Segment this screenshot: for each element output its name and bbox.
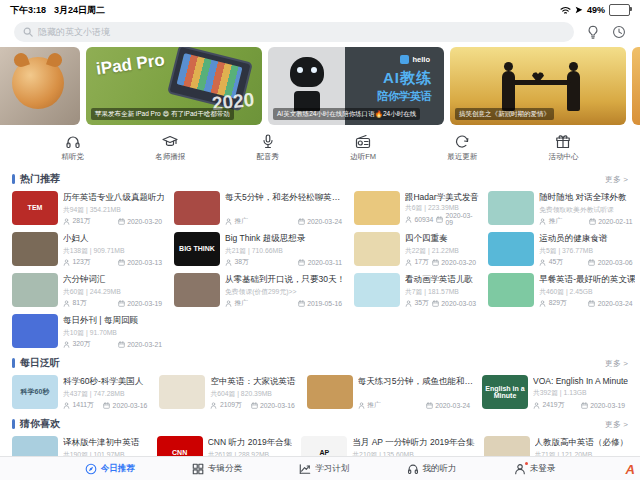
album-title: 从零基础到开口说，只要30天！ <box>225 274 345 286</box>
listen-count-icon <box>63 341 70 348</box>
album-stats: 38万 2020-03-11 <box>225 257 345 267</box>
album-stats: 推广 2020-03-24 <box>358 400 473 410</box>
more-link[interactable]: 更多 > <box>605 174 628 185</box>
album-title: 人教版高中英语（必修） <box>535 437 629 449</box>
tab-study-plan[interactable]: 学习计划 <box>299 463 349 475</box>
category-label: 精听党 <box>62 152 85 162</box>
tab-login[interactable]: 未登录 <box>514 463 556 475</box>
status-time: 下午3:18 <box>10 4 46 17</box>
refresh-icon <box>454 134 470 149</box>
album-card[interactable]: 四个四重奏 共22篇 | 21.22MB 17万 2020-03-20 <box>354 232 479 267</box>
album-card[interactable]: 看动画学英语儿歌 共7篇 | 181.57MB 35万 2020-03-03 <box>354 273 479 308</box>
category-teachers[interactable]: 名师播报 <box>155 134 185 162</box>
calendar-icon <box>426 402 433 409</box>
album-card[interactable]: 每天5分钟，和老外轻松聊英… 推广 2020-03-24 <box>174 191 345 226</box>
album-title: 小妇人 <box>63 233 165 245</box>
album-card[interactable]: 跟Hadar学美式发音 共6篇 | 223.39MB 60934 2020-03… <box>354 191 479 226</box>
calendar-icon <box>588 259 595 266</box>
album-card[interactable]: 运动员的健康食谱 共5篇 | 376.77MB 45万 2020-03-06 <box>488 232 635 267</box>
album-card[interactable]: 空中英语：大家说英语 共604篇 | 820.39MB 2109万 2020-0… <box>159 375 297 410</box>
app-logo: A <box>626 462 635 477</box>
album-title: 运动员的健康食谱 <box>539 233 635 245</box>
category-activity-center[interactable]: 活动中心 <box>548 134 578 162</box>
calendar-icon <box>436 216 443 223</box>
more-link[interactable]: 更多 > <box>605 419 628 430</box>
album-thumbnail <box>12 273 58 307</box>
album-thumbnail: BIG THINK <box>174 232 220 266</box>
category-label: 名师播报 <box>155 152 185 162</box>
album-thumbnail <box>307 375 353 409</box>
category-label: 活动中心 <box>548 152 578 162</box>
history-clock-icon[interactable] <box>612 25 626 39</box>
hot-album-grid: TEM 历年英语专业八级真题听力 共94篇 | 354.21MB 281万 20… <box>0 190 640 349</box>
banner-dog[interactable] <box>0 47 80 125</box>
tab-album-categories[interactable]: 专辑分类 <box>192 463 242 475</box>
album-card[interactable]: 科学60秒 科学60秒-科学美国人 共437篇 | 747.28MB 1411万… <box>12 375 150 410</box>
album-stats: 推广 2020-02-11 <box>539 216 635 226</box>
album-thumbnail <box>488 191 534 225</box>
listen-count: 推广 <box>367 400 381 410</box>
search-input[interactable]: 隐藏的英文小语境 <box>14 22 574 42</box>
listen-count: 35万 <box>414 298 428 308</box>
headphones-icon <box>407 463 419 475</box>
tab-label: 未登录 <box>530 463 556 475</box>
album-title: 每天练习5分钟，咸鱼也能和… <box>358 376 473 388</box>
listen-count: 45万 <box>549 257 563 267</box>
album-thumbnail <box>159 375 205 409</box>
tab-label: 专辑分类 <box>208 463 242 475</box>
album-title: CNN 听力 2019年合集 <box>208 437 293 449</box>
category-listening[interactable]: 精听党 <box>62 134 85 162</box>
banner-ipad-pro[interactable]: iPad Pro 2020 苹果发布全新 iPad Pro 😄 有了iPad干啥… <box>86 47 262 125</box>
album-meta: 免费领课(价值299元)>> <box>225 287 345 297</box>
album-card[interactable]: 六分钟词汇 共60篇 | 244.29MB 81万 2020-03-19 <box>12 273 165 308</box>
album-date: 2020-03-20 <box>127 218 162 225</box>
status-bar: 下午3:18 3月24日周二 49% <box>0 0 640 18</box>
album-card[interactable]: 每日外刊 | 每周回顾 共10篇 | 91.70MB 320万 2020-03-… <box>12 314 165 349</box>
album-card[interactable]: BIG THINK Big Think 超级思想录 共21篇 | 710.66M… <box>174 232 345 267</box>
album-stats: 60934 2020-03-09 <box>405 212 479 226</box>
album-meta: 共5篇 | 376.77MB <box>539 246 635 256</box>
album-card[interactable]: 每天练习5分钟，咸鱼也能和… 推广 2020-03-24 <box>307 375 473 410</box>
tab-label: 今日推荐 <box>101 463 135 475</box>
microphone-icon <box>260 134 276 149</box>
listen-count: 推广 <box>235 216 249 226</box>
listen-count: 320万 <box>73 339 91 349</box>
calendar-icon <box>118 259 125 266</box>
compass-icon <box>85 463 97 475</box>
album-date: 2020-03-13 <box>127 259 162 266</box>
album-card[interactable]: TEM 历年英语专业八级真题听力 共94篇 | 354.21MB 281万 20… <box>12 191 165 226</box>
banner-next-partial[interactable] <box>632 47 640 125</box>
listen-count-icon <box>405 259 412 266</box>
listen-count: 2109万 <box>220 400 242 410</box>
album-thumbnail: English in a Minute <box>482 375 528 409</box>
album-card[interactable]: 早餐英语-最好听的英文课 共460篇 | 2.45GB 829万 2020-03… <box>488 273 635 308</box>
tab-label: 我的听力 <box>423 463 457 475</box>
album-date: 2020-03-19 <box>590 402 625 409</box>
album-card[interactable]: 随时随地 对话全球外教 免费领取欧美外教试听课 推广 2020-02-11 <box>488 191 635 226</box>
album-card[interactable]: 小妇人 共138篇 | 909.71MB 123万 2020-03-13 <box>12 232 165 267</box>
album-meta: 共10篇 | 91.70MB <box>63 328 165 338</box>
category-label: 最近更新 <box>447 152 477 162</box>
category-fm[interactable]: 边听FM <box>350 134 376 162</box>
section-title: 猜你喜欢 <box>20 417 60 431</box>
category-recent-updates[interactable]: 最近更新 <box>447 134 477 162</box>
lightbulb-icon[interactable] <box>586 25 600 39</box>
calendar-icon <box>118 218 125 225</box>
section-header-hot: 热门推荐 更多 > <box>0 165 640 190</box>
listen-count: 60934 <box>414 216 433 223</box>
album-card[interactable]: English in a Minute VOA: English In A Mi… <box>482 375 628 410</box>
section-header-guess: 猜你喜欢 更多 > <box>0 410 640 435</box>
section-accent-bar <box>12 358 15 368</box>
album-stats: 45万 2020-03-06 <box>539 257 635 267</box>
tab-today-recommend[interactable]: 今日推荐 <box>85 463 135 475</box>
tab-my-listening[interactable]: 我的听力 <box>407 463 457 475</box>
search-placeholder: 隐藏的英文小语境 <box>38 26 110 39</box>
listen-count: 1411万 <box>73 400 94 410</box>
more-link[interactable]: 更多 > <box>605 358 628 369</box>
section-accent-bar <box>12 174 15 184</box>
category-dubbing[interactable]: 配音秀 <box>256 134 279 162</box>
banner-ai-coach[interactable]: hello AI教练 陪你学英语 AI英文教练24小时在线陪你练口语🔥24小时在… <box>268 47 444 125</box>
calendar-icon <box>432 300 439 307</box>
banner-love-story[interactable]: 搞笑创意之《新冠时期的爱情》 <box>450 47 626 125</box>
album-card[interactable]: 从零基础到开口说，只要30天！ 免费领课(价值299元)>> 推广 2019-0… <box>174 273 345 308</box>
